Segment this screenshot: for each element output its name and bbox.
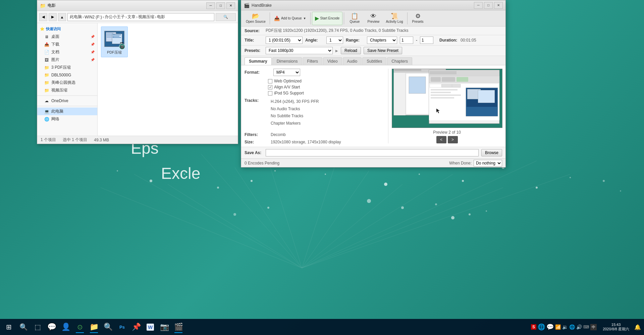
preview-next-button[interactable]: >: [448, 136, 458, 143]
svg-rect-75: [478, 90, 495, 103]
svg-line-10: [134, 174, 302, 268]
save-as-input[interactable]: [266, 149, 479, 156]
file-item-pdf[interactable]: 🎬 PDF压缩: [101, 26, 128, 57]
tray-icon-4: 🔉: [562, 324, 568, 330]
sidebar-quick-access[interactable]: ⭐ 快速访问: [37, 25, 97, 33]
svg-rect-41: [107, 33, 113, 34]
up-button[interactable]: ▲: [58, 13, 66, 21]
path-part-5[interactable]: 电影: [157, 14, 165, 20]
svg-line-8: [302, 161, 537, 268]
tab-dimensions[interactable]: Dimensions: [272, 57, 302, 65]
angle-select[interactable]: 1: [326, 37, 343, 44]
hb-minimize-button[interactable]: ─: [474, 2, 483, 9]
taskbar-hb-icon[interactable]: 🎬: [172, 320, 185, 334]
save-new-preset-button[interactable]: Save New Preset: [364, 47, 402, 54]
reload-button[interactable]: Reload: [341, 47, 361, 54]
taskbar-wechat-icon[interactable]: 💬: [45, 320, 58, 334]
taskbar-search-icon[interactable]: 🔍: [17, 320, 30, 334]
taskbar-pin-icon[interactable]: 📌: [129, 320, 143, 334]
video-folder-icon: 📁: [44, 88, 49, 93]
activity-log-button[interactable]: 📜 Activity Log: [383, 12, 406, 25]
sidebar-item-pictures[interactable]: 🖼 图片 📌: [37, 56, 97, 64]
taskbar-folder-icon[interactable]: 📁: [87, 320, 101, 334]
tab-subtitles[interactable]: Subtitles: [362, 57, 386, 65]
svg-line-3: [302, 164, 335, 268]
tab-audio[interactable]: Audio: [343, 57, 362, 65]
search-bar[interactable]: 🔍: [216, 13, 236, 21]
taskbar-photos-icon[interactable]: 📷: [158, 320, 171, 334]
ipod-checkbox[interactable]: [268, 91, 272, 95]
forward-button[interactable]: ▶: [49, 13, 57, 21]
sidebar-item-onedrive[interactable]: ☁ OneDrive: [37, 97, 97, 105]
notification-button[interactable]: 🔔: [633, 320, 643, 334]
sidebar-item-thispc[interactable]: 💻 此电脑: [37, 108, 97, 115]
taskbar-ps-icon[interactable]: Ps: [115, 320, 129, 334]
sidebar-item-dbl[interactable]: 📁 DBL5000G: [37, 71, 97, 79]
queue-button[interactable]: 📋 Queue: [345, 12, 364, 25]
app2-icon: 🔍: [104, 323, 113, 331]
path-part-4[interactable]: 视频压缩: [138, 14, 154, 20]
taskbar-clock[interactable]: 15:43 2020/8/8 星期六: [600, 323, 632, 332]
minimize-button[interactable]: ─: [206, 2, 215, 9]
clock-date: 2020/8/8 星期六: [603, 327, 629, 332]
sidebar-item-pdf[interactable]: 📁 3 PDF压缩: [37, 64, 97, 71]
queue-icon: 📋: [351, 13, 358, 19]
tab-filters[interactable]: Filters: [303, 57, 322, 65]
hb-preview-panel: Preview 2 of 10 < >: [388, 69, 502, 143]
source-info-row: Source: PDF压缩 1920x1200 (1920x1200), 29.…: [241, 26, 505, 35]
sidebar-item-meifeng[interactable]: 📁 美峰公园挑选: [37, 79, 97, 86]
duration-value: 00:01:05: [461, 38, 476, 43]
tab-video[interactable]: Video: [323, 57, 342, 65]
back-button[interactable]: ◀: [39, 13, 47, 21]
range-from-input[interactable]: [400, 37, 413, 44]
hb-maximize-button[interactable]: □: [484, 2, 493, 9]
browse-button[interactable]: Browse: [481, 149, 502, 156]
desktop: Eps Excle 📁 电影 ─ □ ✕ ◀ ▶ ▲ 此电脑 › WIN2 (F…: [0, 0, 644, 335]
hb-close-button[interactable]: ✕: [494, 2, 503, 9]
align-av-checkbox[interactable]: [268, 85, 272, 89]
address-bar: ◀ ▶ ▲ 此电脑 › WIN2 (F:) › 办公小王子 › 文章 › 视频压…: [37, 11, 238, 23]
start-encode-button[interactable]: ▶ Start Encode: [312, 12, 343, 25]
sidebar-item-desktop[interactable]: 🖥 桌面 📌: [37, 33, 97, 41]
queue-label: Queue: [350, 20, 360, 23]
title-select[interactable]: 1 (00:01:05): [266, 37, 303, 44]
address-path[interactable]: 此电脑 › WIN2 (F:) › 办公小王子 › 文章 › 视频压缩 › 电影: [67, 13, 214, 21]
path-part-0[interactable]: 此电脑: [70, 14, 82, 20]
taskbar-app2-icon[interactable]: 🔍: [101, 320, 115, 334]
tab-summary[interactable]: Summary: [245, 57, 272, 65]
presets-button[interactable]: ⚙ Presets: [409, 12, 427, 25]
taskbar-taskview-icon[interactable]: ⬚: [31, 320, 44, 334]
taskbar-word-icon[interactable]: W: [144, 320, 157, 334]
path-part-2[interactable]: 办公小王子: [105, 14, 125, 20]
start-button[interactable]: ⊞: [1, 320, 16, 334]
preview-icon: 👁: [370, 13, 376, 19]
explorer-main-area[interactable]: 🎬 PDF压缩: [98, 23, 238, 136]
sidebar-label-downloads: 下载: [51, 42, 59, 47]
svg-rect-47: [113, 37, 121, 38]
presets-dropdown[interactable]: Fast 1080p30: [266, 47, 333, 54]
sidebar-item-downloads[interactable]: 📥 下载 📌: [37, 41, 97, 48]
format-select[interactable]: MP4: [273, 69, 300, 76]
sidebar-item-network[interactable]: 🌐 网络: [37, 115, 97, 123]
sidebar-item-video[interactable]: 📁 视频压缩: [37, 86, 97, 94]
path-part-3[interactable]: 文章: [127, 14, 136, 20]
svg-point-26: [150, 180, 152, 182]
maximize-button[interactable]: □: [216, 2, 225, 9]
tab-chapters[interactable]: Chapters: [387, 57, 412, 65]
taskbar-chrome-icon[interactable]: ⊙: [73, 320, 87, 334]
close-button[interactable]: ✕: [226, 2, 235, 9]
range-select[interactable]: Chapters: [367, 37, 397, 44]
preview-button[interactable]: 👁 Preview: [364, 12, 382, 25]
svg-line-4: [302, 171, 369, 268]
preview-prev-button[interactable]: <: [436, 136, 446, 143]
open-source-button[interactable]: 📂 Open Source: [243, 12, 268, 25]
svg-rect-45: [113, 35, 121, 35]
web-optimized-checkbox[interactable]: [268, 79, 272, 83]
range-to-input[interactable]: [420, 37, 433, 44]
path-part-1[interactable]: WIN2 (F:): [85, 15, 102, 19]
when-done-select[interactable]: Do nothing: [474, 160, 502, 166]
sidebar-item-documents[interactable]: 📄 文档 📌: [37, 48, 97, 56]
meifeng-folder-icon: 📁: [44, 80, 49, 85]
taskbar-user-icon[interactable]: 👤: [59, 320, 72, 334]
add-to-queue-button[interactable]: 📥 Add to Queue ▼: [271, 12, 309, 25]
